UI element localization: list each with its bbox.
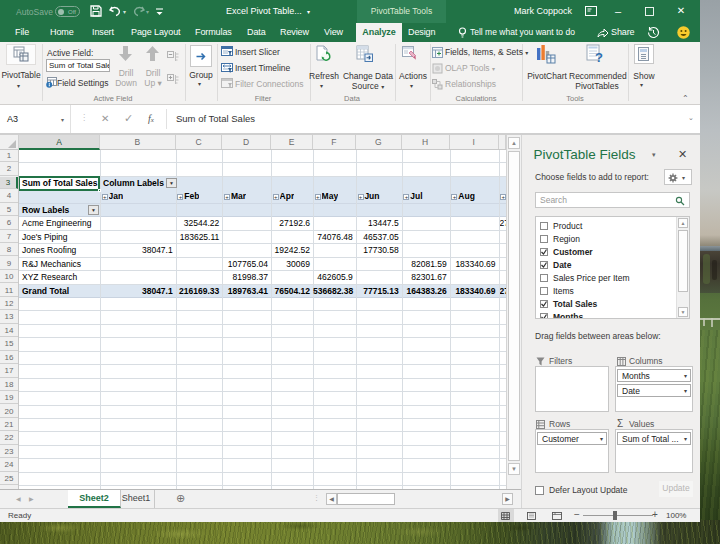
svg-text:?: ? bbox=[595, 50, 603, 64]
